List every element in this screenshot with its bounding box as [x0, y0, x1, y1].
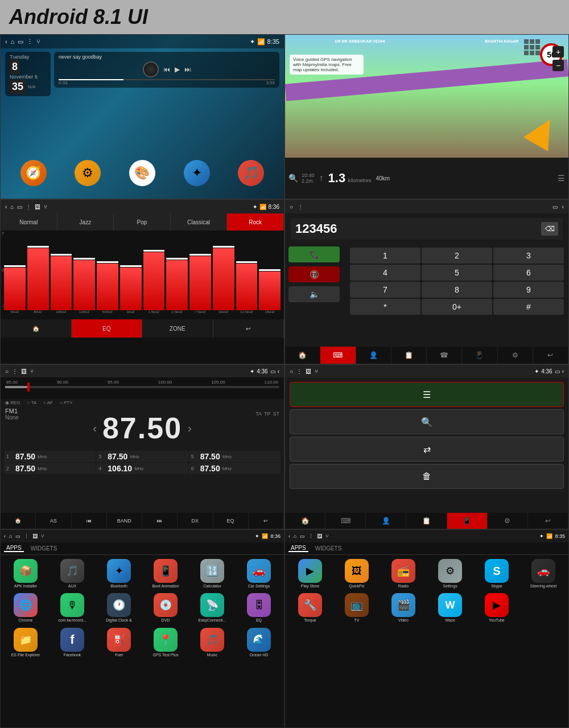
radio-nav-home[interactable]: 🏠 — [1, 513, 36, 529]
app-gps-test[interactable]: 📍 GPS Test Plus — [143, 626, 188, 659]
radio-preset-1[interactable]: 1 87.50 MHz — [4, 451, 96, 462]
app-aux[interactable]: 🎵 AUX — [50, 557, 95, 590]
dialpad-1[interactable]: 1 — [350, 248, 420, 264]
phone-vol-btn[interactable]: 🔈 — [288, 286, 340, 302]
app-music-home[interactable]: 🎵 — [238, 160, 264, 188]
back-icon[interactable]: ‹ — [5, 38, 7, 45]
app-waze[interactable]: W Waze — [427, 591, 473, 624]
radio-nav-eq[interactable]: EQ — [213, 513, 249, 529]
menu-icon[interactable]: ⋮ — [27, 38, 33, 46]
media-swap-btn[interactable]: ⇄ — [290, 437, 564, 462]
eq-mode-rock[interactable]: Rock — [227, 213, 284, 231]
drawer-r-recents[interactable]: ▭ — [300, 533, 305, 539]
drawer-tab-widgets-left[interactable]: WIDGETS — [28, 545, 60, 552]
app-calculator[interactable]: 🔢 Calculator — [189, 557, 235, 590]
radio-nav-band[interactable]: BAND — [107, 513, 142, 529]
radio-preset-2[interactable]: 2 87.50 MHz — [4, 463, 96, 474]
phone-backspace-btn[interactable]: ⌫ — [541, 222, 558, 236]
radio-nav-dx[interactable]: DX — [178, 513, 213, 529]
media-nav-phone[interactable]: 📋 — [406, 513, 447, 529]
media-delete-btn[interactable]: 🗑 — [290, 464, 564, 489]
radio-preset-5[interactable]: 5 87.50 MHz — [189, 451, 281, 462]
app-torque[interactable]: 🔧 Torque — [287, 591, 333, 624]
radio-prev-btn[interactable]: ‹ — [87, 422, 102, 435]
radio-next-btn[interactable]: › — [182, 422, 197, 435]
dialpad-2[interactable]: 2 — [422, 248, 492, 264]
app-dvd[interactable]: 💿 DVD — [143, 591, 188, 624]
dialpad-0[interactable]: 0+ — [422, 299, 492, 315]
app-car-settings[interactable]: 🚗 Car Settings — [236, 557, 282, 590]
phone-nav-fav[interactable]: ☎ — [427, 347, 462, 364]
radio-nav-prev[interactable]: ⏮ — [72, 513, 107, 529]
app-fuel[interactable]: ⛽ Fuel — [96, 626, 142, 659]
phone-nav-contacts[interactable]: 👤 — [356, 347, 391, 364]
dialpad-6[interactable]: 6 — [493, 265, 564, 281]
eq-mode-normal[interactable]: Normal — [1, 213, 57, 231]
drawer-l-recents[interactable]: ▭ — [15, 533, 20, 539]
app-recorder[interactable]: 🎙 com.tw.record... — [50, 591, 95, 624]
app-skype[interactable]: S Skype — [474, 557, 519, 590]
app-easyconnect[interactable]: 📡 EasyConnecti... — [189, 591, 235, 624]
app-ocean[interactable]: 🌊 Ocean HD — [236, 626, 282, 659]
app-tv[interactable]: 📺 TV — [334, 591, 380, 624]
drawer-r-menu[interactable]: ⋮ — [308, 533, 314, 539]
dialpad-4[interactable]: 4 — [350, 265, 420, 281]
gps-zoom-out[interactable]: − — [552, 60, 564, 71]
play-btn[interactable]: ▶ — [175, 65, 180, 73]
media-list-btn[interactable]: ☰ — [290, 382, 564, 407]
eq-eq-btn[interactable]: EQ — [72, 319, 143, 338]
media-nav-settings[interactable]: ⚙ — [488, 513, 528, 529]
app-multicolor[interactable]: 🎨 — [129, 160, 155, 188]
app-play-store[interactable]: ▶ Play Store — [287, 557, 333, 590]
eq-menu-icon[interactable]: ⋮ — [26, 204, 31, 210]
drawer-l-back[interactable]: ‹ — [4, 533, 6, 539]
app-es-file[interactable]: 📁 ES File Explorer — [3, 626, 48, 659]
app-eq-drawer[interactable]: 🎛 EQ — [236, 591, 282, 624]
phone-menu-icon[interactable]: ⋮ — [298, 204, 303, 210]
radio-nav-back[interactable]: ↩ — [249, 513, 284, 529]
media-nav-device[interactable]: 📱 — [447, 513, 488, 529]
drawer-tab-apps-left[interactable]: APPS — [4, 545, 24, 552]
app-video[interactable]: 🎬 Video — [381, 591, 426, 624]
media-nav-back[interactable]: ↩ — [528, 513, 568, 529]
dialpad-3[interactable]: 3 — [493, 248, 564, 264]
eq-recents-icon[interactable]: ▭ — [17, 204, 22, 210]
app-bluetooth-home[interactable]: ✦ — [184, 160, 210, 188]
next-btn[interactable]: ⏭ — [184, 65, 191, 73]
drawer-r-home[interactable]: ⌂ — [294, 533, 296, 539]
prev-btn[interactable]: ⏮ — [163, 65, 170, 73]
eq-back-icon[interactable]: ‹ — [5, 204, 7, 210]
eq-mode-pop[interactable]: Pop — [114, 213, 171, 231]
gps-menu-icon[interactable]: ☰ — [558, 174, 565, 183]
media-menu-icon[interactable]: ⋮ — [296, 368, 302, 375]
radio-nav-next[interactable]: ⏭ — [142, 513, 178, 529]
dialpad-star[interactable]: * — [350, 299, 420, 315]
app-apk-installer[interactable]: 📦 APK Installer — [3, 557, 48, 590]
radio-preset-6[interactable]: 6 87.50 MHz — [189, 463, 281, 474]
phone-back-icon[interactable]: ‹ — [562, 204, 564, 210]
app-music[interactable]: 🎵 Music — [189, 626, 235, 659]
phone-call-btn[interactable]: 📞 — [288, 246, 340, 262]
eq-mode-jazz[interactable]: Jazz — [57, 213, 114, 231]
radio-nav-as[interactable]: AS — [36, 513, 71, 529]
app-youtube[interactable]: ▶ YouTube — [474, 591, 519, 624]
gps-zoom-in[interactable]: + — [552, 46, 564, 57]
phone-nav-home[interactable]: 🏠 — [285, 347, 320, 364]
eq-back-btn[interactable]: ↩ — [213, 319, 284, 338]
media-nav-grid[interactable]: ⌨ — [325, 513, 366, 529]
gps-search-icon[interactable]: 🔍 — [288, 174, 298, 183]
eq-zone-btn[interactable]: ZONE — [142, 319, 213, 338]
app-facebook[interactable]: f Facebook — [50, 626, 95, 659]
phone-end-btn[interactable]: 📵 — [288, 266, 340, 282]
app-steering-wheel[interactable]: 🚗 Steering wheel — [521, 557, 566, 590]
app-settings-home[interactable]: ⚙ — [75, 160, 101, 188]
media-nav-home[interactable]: 🏠 — [285, 513, 325, 529]
app-radio[interactable]: 📻 Radio — [381, 557, 426, 590]
media-nav-contacts[interactable]: 👤 — [366, 513, 406, 529]
recents-icon[interactable]: ▭ — [18, 38, 23, 46]
drawer-tab-widgets-right[interactable]: WIDGETS — [313, 545, 344, 552]
phone-nav-settings[interactable]: ⚙ — [498, 347, 533, 364]
app-settings-drawer[interactable]: ⚙ Settings — [427, 557, 473, 590]
phone-nav-device[interactable]: 📱 — [462, 347, 497, 364]
dialpad-5[interactable]: 5 — [422, 265, 492, 281]
